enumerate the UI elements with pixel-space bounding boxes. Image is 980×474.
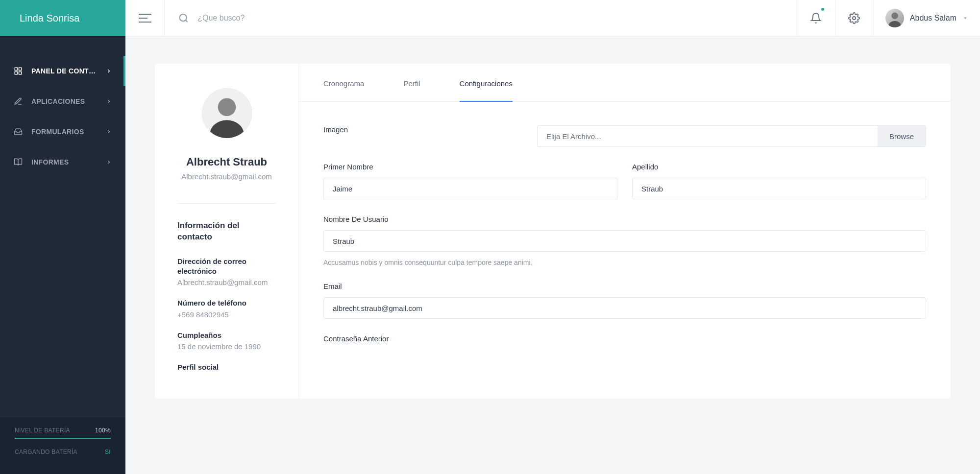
social-label: Perfil social	[177, 362, 276, 372]
user-menu-button[interactable]: Abdus Salam	[873, 0, 980, 36]
svg-point-9	[853, 17, 856, 20]
username-label: Nombre De Usuario	[323, 215, 926, 223]
battery-level-value: 100%	[95, 427, 111, 434]
bell-icon	[810, 12, 822, 24]
profile-card: Albrecht Straub Albrecht.straub@gmail.co…	[155, 64, 951, 399]
charging-value: SI	[105, 449, 111, 455]
main-nav: PANEL DE CONT… APLICACIONES FORMULARIOS …	[0, 36, 125, 417]
settings-form: Imagen Elija El Archivo... Browse	[299, 102, 951, 389]
notifications-button[interactable]	[797, 0, 835, 36]
email-label: Dirección de correo electrónico	[177, 257, 276, 277]
user-name: Abdus Salam	[910, 14, 956, 23]
forms-icon	[14, 127, 23, 136]
file-input[interactable]: Elija El Archivo... Browse	[537, 125, 926, 147]
last-name-input[interactable]	[632, 178, 926, 199]
brand-logo[interactable]: Linda Sonrisa	[0, 0, 125, 36]
profile-email: Albrecht.straub@gmail.com	[177, 171, 276, 182]
battery-bar	[15, 438, 111, 439]
chevron-right-icon	[106, 159, 112, 165]
sidebar: Linda Sonrisa PANEL DE CONT… APLICACIONE…	[0, 0, 125, 474]
sidebar-item-label: FORMULARIOS	[31, 128, 106, 136]
old-password-label: Contraseña Anterior	[323, 334, 926, 343]
email-input[interactable]	[323, 297, 926, 319]
sidebar-footer: NIVEL DE BATERÍA 100% CARGANDO BATERÍA S…	[0, 417, 125, 474]
content-area: Albrecht Straub Albrecht.straub@gmail.co…	[125, 36, 980, 474]
sidebar-item-label: APLICACIONES	[31, 97, 106, 105]
apps-icon	[14, 97, 23, 106]
first-name-label: Primer Nombre	[323, 163, 617, 171]
menu-icon	[139, 13, 151, 23]
svg-point-14	[218, 98, 236, 116]
chevron-down-icon	[962, 15, 968, 21]
settings-button[interactable]	[835, 0, 873, 36]
sidebar-item-apps[interactable]: APLICACIONES	[0, 86, 125, 117]
last-name-label: Apellido	[632, 163, 926, 171]
sidebar-item-dashboard[interactable]: PANEL DE CONT…	[0, 56, 125, 86]
tab-profile[interactable]: Perfil	[403, 64, 420, 101]
avatar	[885, 9, 904, 27]
svg-rect-1	[19, 68, 22, 70]
contact-section-title: Información del contacto	[177, 220, 276, 243]
phone-label: Número de teléfono	[177, 298, 276, 308]
tabs: Cronograma Perfil Configuraciones	[299, 64, 951, 102]
sidebar-item-forms[interactable]: FORMULARIOS	[0, 117, 125, 147]
search-input[interactable]	[197, 14, 783, 23]
sidebar-item-label: INFORMES	[31, 158, 106, 166]
svg-marker-12	[964, 17, 967, 19]
profile-main: Cronograma Perfil Configuraciones Imagen…	[299, 64, 951, 399]
search-container	[165, 0, 797, 36]
notification-dot	[820, 7, 825, 12]
menu-toggle-button[interactable]	[125, 0, 165, 36]
tab-timeline[interactable]: Cronograma	[323, 64, 364, 101]
svg-rect-3	[19, 72, 22, 74]
browse-button[interactable]: Browse	[878, 126, 926, 146]
birthday-value: 15 de noviembre de 1990	[177, 342, 276, 351]
image-label: Imagen	[323, 125, 522, 134]
profile-name: Albrecht Straub	[177, 156, 276, 168]
first-name-input[interactable]	[323, 178, 617, 199]
chevron-right-icon	[106, 98, 112, 104]
gear-icon	[848, 12, 860, 24]
search-icon	[178, 13, 189, 24]
chevron-right-icon	[106, 68, 112, 74]
svg-rect-2	[15, 72, 17, 74]
svg-rect-0	[15, 68, 17, 70]
email-value: Albrecht.straub@gmail.com	[177, 278, 276, 286]
profile-avatar	[202, 88, 252, 138]
charging-label: CARGANDO BATERÍA	[15, 449, 77, 455]
svg-point-7	[180, 14, 187, 21]
svg-line-8	[186, 20, 188, 22]
topbar: Abdus Salam	[125, 0, 980, 36]
svg-point-10	[891, 12, 898, 19]
username-hint: Accusamus nobis y omnis consequuntur cul…	[323, 259, 926, 266]
chevron-right-icon	[106, 129, 112, 135]
phone-value: +569 84802945	[177, 310, 276, 319]
birthday-label: Cumpleaños	[177, 331, 276, 340]
profile-sidebar: Albrecht Straub Albrecht.straub@gmail.co…	[155, 64, 299, 399]
sidebar-item-label: PANEL DE CONT…	[31, 67, 106, 75]
file-placeholder: Elija El Archivo...	[538, 126, 878, 146]
dashboard-icon	[14, 67, 23, 75]
divider	[177, 203, 276, 204]
email-label: Email	[323, 282, 926, 290]
reports-icon	[14, 158, 23, 166]
tab-settings[interactable]: Configuraciones	[460, 64, 513, 101]
battery-level-label: NIVEL DE BATERÍA	[15, 427, 70, 434]
username-input[interactable]	[323, 230, 926, 252]
svg-point-11	[888, 21, 901, 27]
sidebar-item-reports[interactable]: INFORMES	[0, 147, 125, 177]
